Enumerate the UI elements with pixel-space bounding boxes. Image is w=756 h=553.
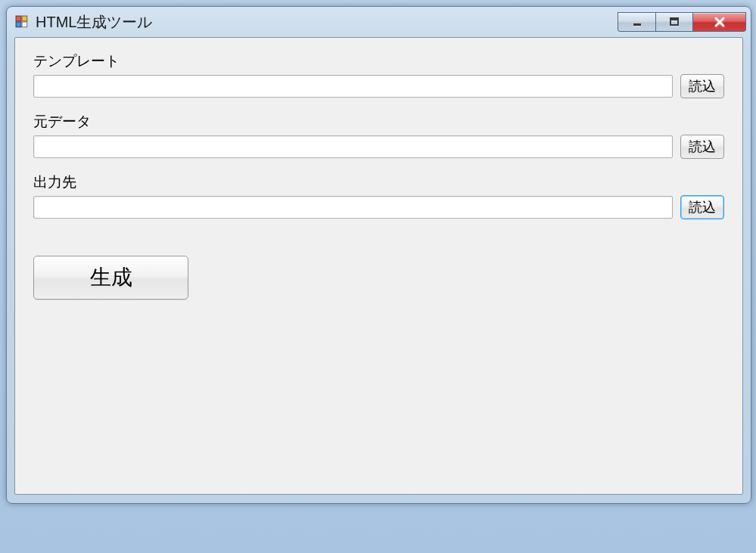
source-input[interactable] [33,135,673,158]
svg-rect-3 [22,22,27,27]
generate-button[interactable]: 生成 [33,256,188,300]
template-input[interactable] [33,75,673,98]
template-label: テンプレート [33,51,724,71]
output-load-button[interactable]: 読込 [680,195,724,219]
svg-rect-2 [16,22,21,27]
template-load-button[interactable]: 読込 [680,74,724,98]
source-field-group: 元データ 読込 [33,112,724,159]
minimize-button[interactable] [618,12,655,32]
template-field-group: テンプレート 読込 [33,51,724,98]
maximize-button[interactable] [655,12,693,32]
app-window: HTML生成ツール テンプレート [6,6,751,504]
app-icon [14,14,30,30]
source-field-row: 読込 [33,135,724,159]
output-label: 出力先 [33,172,724,192]
template-field-row: 読込 [33,74,724,98]
svg-rect-6 [670,18,678,20]
window-controls [618,12,746,32]
titlebar[interactable]: HTML生成ツール [7,7,751,37]
svg-rect-1 [22,16,27,21]
output-field-row: 読込 [33,195,724,219]
svg-rect-4 [633,23,641,26]
minimize-icon [632,17,642,27]
close-button[interactable] [693,12,746,32]
svg-rect-0 [16,16,21,21]
source-label: 元データ [33,112,724,132]
output-field-group: 出力先 読込 [33,172,724,219]
source-load-button[interactable]: 読込 [680,135,724,159]
close-icon [714,17,726,27]
window-title: HTML生成ツール [36,12,618,33]
output-input[interactable] [33,196,673,219]
maximize-icon [669,17,680,27]
client-area: テンプレート 読込 元データ 読込 出力先 読込 生成 [14,37,743,495]
